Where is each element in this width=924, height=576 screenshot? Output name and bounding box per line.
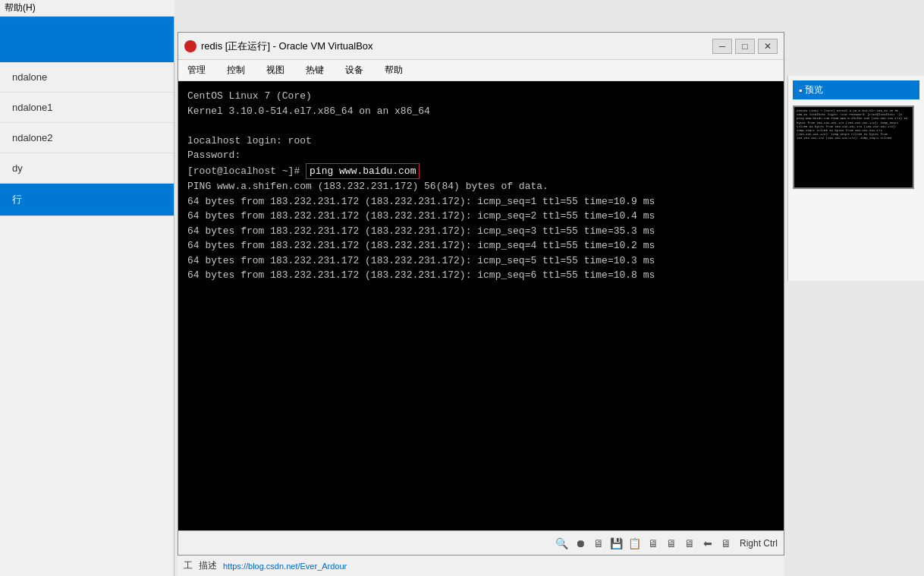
menu-control[interactable]: 控制 bbox=[222, 62, 250, 78]
vbox-statusbar: 🔍 ⏺ 🖥 💾 📋 🖥 🖥 🖥 ⬅ 🖥 Right Ctrl bbox=[178, 530, 784, 555]
status-icon-storage: 💾 bbox=[609, 536, 624, 551]
status-icon-arrow: ⬅ bbox=[700, 536, 715, 551]
status-icon-display: 🖥 bbox=[591, 536, 606, 551]
line-centos: CentOS Linux 7 (Core) bbox=[187, 90, 312, 102]
preview-panel: ▪ 预览 CentOS Linux 7 (Core) Kernel 3.10.0… bbox=[787, 76, 924, 281]
sidebar-item-ndalone2[interactable]: ndalone2 bbox=[0, 123, 174, 153]
preview-header: ▪ 预览 bbox=[793, 80, 919, 99]
menu-hotkey[interactable]: 热键 bbox=[301, 62, 328, 78]
line-ping-5: 64 bytes from 183.232.231.172 (183.232.2… bbox=[187, 255, 655, 266]
preview-icon: ▪ bbox=[799, 85, 802, 96]
vbox-window: redis [正在运行] - Oracle VM VirtualBox ─ □ … bbox=[178, 32, 784, 556]
vbox-app-icon bbox=[184, 40, 196, 52]
minimize-button[interactable]: ─ bbox=[712, 39, 732, 54]
sidebar-item-xing[interactable]: 行 bbox=[0, 184, 174, 216]
menu-view[interactable]: 视图 bbox=[262, 62, 289, 78]
vbox-menubar: 管理 控制 视图 热键 设备 帮助 bbox=[178, 60, 784, 81]
status-icon-usb1: 🖥 bbox=[646, 536, 661, 551]
line-ping-3: 64 bytes from 183.232.231.172 (183.232.2… bbox=[187, 225, 655, 237]
bottom-label: 工 bbox=[184, 559, 193, 572]
status-icon-info: 🔍 bbox=[555, 536, 570, 551]
status-icon-record: ⏺ bbox=[573, 536, 588, 551]
vbox-terminal[interactable]: CentOS Linux 7 (Core) Kernel 3.10.0-514.… bbox=[178, 81, 784, 530]
line-ping-info: PING www.a.shifen.com (183.232.231.172) … bbox=[187, 181, 548, 192]
outer-menu-help[interactable]: 帮助(H) bbox=[5, 2, 36, 14]
preview-title: 预览 bbox=[805, 83, 823, 96]
vbox-title: redis [正在运行] - Oracle VM VirtualBox bbox=[201, 39, 712, 53]
bottom-url[interactable]: https://blog.csdn.net/Ever_Ardour bbox=[223, 562, 347, 571]
sidebar-item-ndalone[interactable]: ndalone bbox=[0, 62, 174, 93]
outer-menubar[interactable]: 帮助(H) bbox=[0, 0, 174, 17]
line-kernel: Kernel 3.10.0-514.el7.x86_64 on an x86_6… bbox=[187, 105, 430, 117]
preview-content: CentOS Linux 7 (Core) Kernel 3.10.0-514.… bbox=[794, 107, 913, 187]
sidebar-item-ndalone1[interactable]: ndalone1 bbox=[0, 93, 174, 123]
menu-manage[interactable]: 管理 bbox=[183, 62, 210, 78]
terminal-output: CentOS Linux 7 (Core) Kernel 3.10.0-514.… bbox=[187, 89, 775, 283]
line-ping-1: 64 bytes from 183.232.231.172 (183.232.2… bbox=[187, 196, 655, 207]
status-icon-clipboard: 📋 bbox=[627, 536, 643, 551]
command-highlight: ping www.baidu.com bbox=[306, 163, 420, 180]
line-ping-6: 64 bytes from 183.232.231.172 (183.232.2… bbox=[187, 269, 655, 281]
left-sidebar: ndalone ndalone1 ndalone2 dy 行 bbox=[0, 17, 174, 576]
menu-help[interactable]: 帮助 bbox=[380, 62, 407, 78]
line-password: Password: bbox=[187, 150, 240, 161]
line-prompt: [root@localhost ~]# ping www.baidu.com bbox=[187, 165, 420, 177]
status-icon-net: 🖥 bbox=[718, 536, 734, 551]
menu-devices[interactable]: 设备 bbox=[341, 62, 368, 78]
bottom-strip: 工 描述 https://blog.csdn.net/Ever_Ardour bbox=[178, 555, 784, 576]
vbox-titlebar: redis [正在运行] - Oracle VM VirtualBox ─ □ … bbox=[178, 33, 784, 60]
maximize-button[interactable]: □ bbox=[735, 39, 755, 54]
preview-thumbnail: CentOS Linux 7 (Core) Kernel 3.10.0-514.… bbox=[793, 105, 914, 189]
sidebar-header bbox=[0, 17, 174, 62]
bottom-desc: 描述 bbox=[199, 559, 217, 572]
sidebar-item-dy[interactable]: dy bbox=[0, 153, 174, 184]
line-ping-4: 64 bytes from 183.232.231.172 (183.232.2… bbox=[187, 240, 655, 251]
line-ping-2: 64 bytes from 183.232.231.172 (183.232.2… bbox=[187, 210, 655, 222]
status-icon-usb3: 🖥 bbox=[682, 536, 697, 551]
close-button[interactable]: ✕ bbox=[758, 39, 778, 54]
vbox-window-controls: ─ □ ✕ bbox=[712, 39, 778, 54]
status-icon-usb2: 🖥 bbox=[664, 536, 679, 551]
right-ctrl-label: Right Ctrl bbox=[740, 538, 778, 549]
line-login: localhost login: root bbox=[187, 135, 312, 146]
